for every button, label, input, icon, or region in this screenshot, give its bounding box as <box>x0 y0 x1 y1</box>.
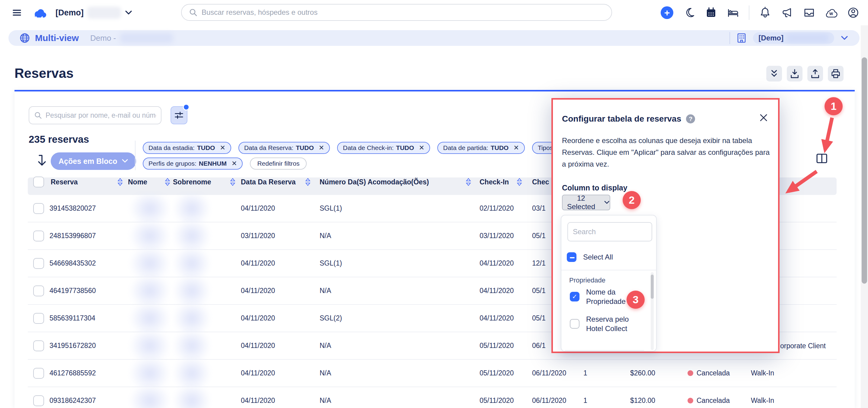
row-checkbox[interactable] <box>33 368 44 379</box>
hamburger-menu-icon[interactable] <box>11 7 23 19</box>
filter-chip[interactable]: Data de Check-in:TUDO✕ <box>337 142 430 154</box>
column-option[interactable]: Reserva pelo Hotel Collect <box>570 314 645 333</box>
multiview-property-pill[interactable]: [Demo] <box>753 32 834 44</box>
dark-mode-moon-icon[interactable] <box>683 6 695 19</box>
select-all-rows-checkbox[interactable] <box>33 177 44 187</box>
select-all-checkbox[interactable] <box>567 252 577 262</box>
bulk-actions-button[interactable]: Ações em Bloco <box>51 152 136 170</box>
page-scrollbar-thumb[interactable] <box>862 57 867 284</box>
column-option-label: Reserva pelo Hotel Collect <box>586 314 638 333</box>
row-checkbox[interactable] <box>33 230 44 242</box>
multiview-title: Multi-view <box>35 33 79 43</box>
sort-icon[interactable] <box>117 178 123 186</box>
sort-icon[interactable] <box>305 178 311 186</box>
sort-icon[interactable] <box>465 178 471 186</box>
page-title: Reservas <box>14 66 74 81</box>
redacted-first-name <box>129 383 170 408</box>
row-checkbox[interactable] <box>33 313 44 324</box>
account-profile-icon[interactable] <box>847 6 860 19</box>
cell-checkout: 06/11/2020 <box>530 369 581 377</box>
row-checkbox-cell <box>28 285 48 296</box>
filter-chip[interactable]: Data de partida:TUDO✕ <box>437 142 525 154</box>
header-cell[interactable]: Reserva <box>48 178 127 186</box>
filter-chip[interactable]: Perfis de grupos:NENHUM✕ <box>143 158 243 169</box>
column-settings-icon[interactable] <box>816 153 828 163</box>
chevron-down-icon[interactable] <box>840 35 849 41</box>
help-icon[interactable]: ? <box>686 114 695 123</box>
calendar-icon[interactable] <box>705 6 717 19</box>
modal-description: Reordene e escolha as colunas que deseja… <box>562 134 771 170</box>
cell-data-reserva: 04/11/2020 <box>239 397 318 405</box>
cell-total: $260.00 <box>628 369 685 377</box>
download-button[interactable] <box>787 66 803 82</box>
header-cell[interactable]: Data Da Reserva <box>239 178 318 186</box>
column-option-checkbox[interactable] <box>570 319 580 328</box>
filter-chips-row1: Data da estadia:TUDO✕Data da Reserva:TUD… <box>143 142 585 154</box>
bed-reservations-icon[interactable] <box>727 6 739 19</box>
global-search-input[interactable] <box>202 8 604 17</box>
filter-chip[interactable]: Data da Reserva:TUDO✕ <box>239 142 330 154</box>
header-label: Reserva <box>51 178 117 186</box>
select-all-row[interactable]: Select All <box>567 252 613 262</box>
dropdown-scrollbar-thumb[interactable] <box>651 275 654 299</box>
close-icon[interactable]: ✕ <box>514 145 519 151</box>
cell-origem: Walk-In <box>748 397 779 405</box>
row-checkbox[interactable] <box>33 395 44 406</box>
cell-acomodacoes: SGL(2) <box>318 314 478 322</box>
header-cell[interactable]: Check-In <box>478 178 530 186</box>
cell-origem: Walk-In <box>748 369 779 377</box>
cell-reserva: 248153996807 <box>48 232 127 240</box>
cell-reserva: 464197738560 <box>48 287 127 295</box>
close-icon[interactable]: ✕ <box>220 145 225 151</box>
columns-search-input[interactable] <box>567 222 652 242</box>
sort-icon[interactable] <box>164 178 170 186</box>
header-cell[interactable]: Número Da(S) Acomodação(Ões) <box>318 178 478 186</box>
cell-checkin: 03/11/2020 <box>478 232 530 240</box>
collapse-double-chevron-button[interactable] <box>766 66 782 82</box>
reset-filters-button[interactable]: Redefinir filtros <box>250 158 307 169</box>
columns-dropdown-panel: Select All Propriedade Nome da Proprieda… <box>561 215 657 352</box>
filter-chip[interactable]: Data da estadia:TUDO✕ <box>143 142 231 154</box>
row-checkbox[interactable] <box>33 285 44 296</box>
header-label: Nome <box>128 178 164 186</box>
header-label: Número Da(S) Acomodação(Ões) <box>320 178 465 186</box>
filter-chip-value: NENHUM <box>199 160 227 167</box>
chevron-down-icon <box>604 200 610 205</box>
row-checkbox[interactable] <box>33 203 44 214</box>
close-icon[interactable]: ✕ <box>419 145 424 151</box>
print-button[interactable] <box>828 66 843 82</box>
property-switcher[interactable]: [Demo] <box>56 7 132 19</box>
column-option-checkbox[interactable] <box>570 292 580 302</box>
whistle-cloud-icon[interactable]: W <box>825 6 838 19</box>
table-search-input[interactable] <box>45 112 156 120</box>
cell-data-reserva: 03/11/2020 <box>239 232 318 240</box>
row-checkbox[interactable] <box>33 258 44 269</box>
global-search[interactable] <box>181 4 612 21</box>
notifications-bell-icon[interactable] <box>759 6 771 19</box>
modal-title-text: Configurar tabela de reservas <box>562 114 681 124</box>
row-checkbox-cell <box>28 203 48 214</box>
cell-acomodacoes: N/A <box>318 342 478 350</box>
quick-add-button[interactable]: + <box>661 6 673 19</box>
close-icon[interactable] <box>760 114 768 123</box>
table-row[interactable]: 09318624230704/11/2020N/A05/11/202006/11… <box>28 387 837 408</box>
sort-icon[interactable] <box>517 178 522 186</box>
status-label: Cancelada <box>696 369 730 377</box>
row-checkbox-cell <box>28 368 48 379</box>
header-cell[interactable]: Sobrenome <box>170 178 239 186</box>
inbox-tray-icon[interactable] <box>803 6 815 19</box>
annotation-step-1: 1 <box>825 97 843 115</box>
upload-button[interactable] <box>807 66 823 82</box>
header-cell[interactable]: Nome <box>127 178 170 186</box>
close-icon[interactable]: ✕ <box>319 145 324 151</box>
configure-table-modal: Configurar tabela de reservas ? Reordene… <box>551 98 780 353</box>
bulk-download-arrow-icon[interactable] <box>36 153 50 169</box>
table-search[interactable] <box>29 106 161 124</box>
columns-selected-dropdown[interactable]: 12 Selected <box>562 195 610 210</box>
cloudbeds-logo-icon[interactable] <box>31 6 47 19</box>
close-icon[interactable]: ✕ <box>231 160 237 167</box>
announcements-megaphone-icon[interactable] <box>781 6 794 19</box>
row-checkbox[interactable] <box>33 340 44 351</box>
group-label: Propriedade <box>569 276 606 284</box>
sort-icon[interactable] <box>230 178 236 186</box>
